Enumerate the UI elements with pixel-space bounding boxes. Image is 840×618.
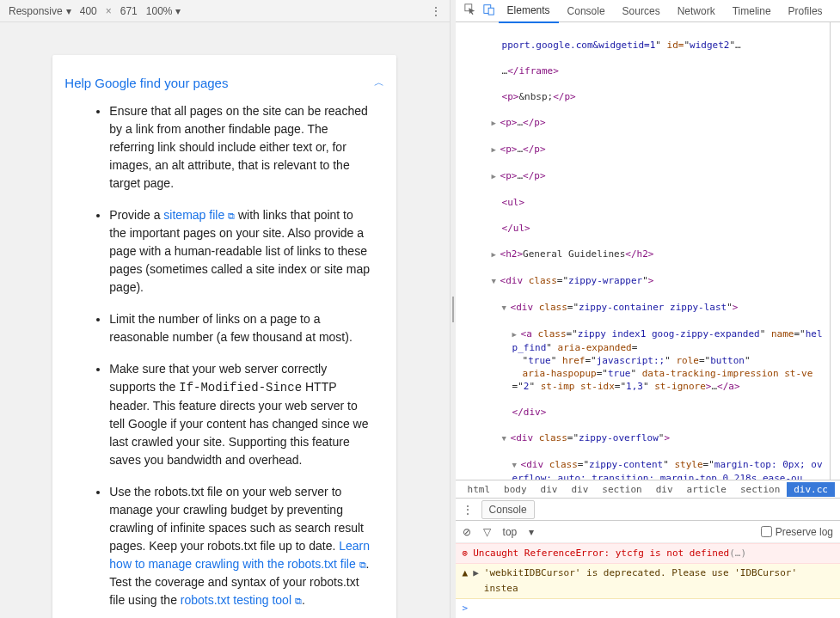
- console-drawer-header: ⋮ Console: [456, 499, 840, 521]
- console-error-row[interactable]: ⊗ Uncaught ReferenceError: ytcfg is not …: [456, 543, 840, 564]
- chevron-up-icon: ︿: [374, 76, 384, 90]
- breadcrumb-item[interactable]: section: [733, 482, 787, 497]
- svg-rect-2: [488, 8, 494, 15]
- warning-icon: ▲: [463, 566, 469, 597]
- zoom-select[interactable]: 100% ▾: [146, 5, 181, 17]
- console-messages: ⊗ Uncaught ReferenceError: ytcfg is not …: [456, 543, 840, 618]
- tab-network[interactable]: Network: [669, 0, 724, 22]
- breadcrumb-item[interactable]: section: [595, 482, 648, 497]
- tab-timeline[interactable]: Timeline: [724, 0, 780, 22]
- tab-console[interactable]: Console: [559, 0, 614, 22]
- breadcrumb-item[interactable]: article: [680, 482, 733, 497]
- device-select[interactable]: Responsive ▾: [9, 5, 71, 17]
- dom-breadcrumb: html body div div section div article se…: [456, 480, 840, 499]
- external-link-icon: ⧉: [228, 211, 235, 221]
- dimension-separator: ×: [106, 5, 112, 17]
- console-warning-row[interactable]: ▲ ▶ 'webkitIDBCursor' is deprecated. Ple…: [456, 564, 840, 599]
- preserve-log-checkbox[interactable]: Preserve log: [761, 526, 833, 538]
- page-card: Help Google find your pages ︿ Ensure tha…: [52, 55, 396, 618]
- clear-console-icon[interactable]: ⊘: [463, 526, 471, 538]
- breadcrumb-item[interactable]: div: [649, 482, 680, 497]
- expander-header[interactable]: Help Google find your pages ︿: [64, 76, 384, 90]
- breadcrumb-item[interactable]: body: [497, 482, 534, 497]
- tab-profiles[interactable]: Profiles: [780, 0, 831, 22]
- list-item: Use the robots.txt file on your web serv…: [109, 483, 371, 609]
- rendered-page-area: Help Google find your pages ︿ Ensure tha…: [0, 22, 450, 618]
- breadcrumb-item[interactable]: html: [461, 482, 498, 497]
- devtools-tabbar: Elements Console Sources Network Timelin…: [456, 0, 840, 22]
- toggle-device-icon[interactable]: [480, 3, 499, 18]
- expander-title: Help Google find your pages: [64, 76, 228, 90]
- device-toolbar-menu-icon[interactable]: ⋮: [431, 5, 441, 17]
- breadcrumb-item-active[interactable]: div.cc: [787, 482, 835, 497]
- filter-icon[interactable]: ▽: [483, 526, 491, 538]
- list-item: Limit the number of links on a page to a…: [109, 310, 371, 346]
- list-item: Make sure that your web server correctly…: [109, 360, 371, 469]
- breadcrumb-item[interactable]: div: [564, 482, 595, 497]
- preserve-log-input[interactable]: [761, 526, 772, 537]
- list-item: Provide a sitemap file ⧉ with links that…: [109, 206, 371, 297]
- external-link-icon: ⧉: [295, 596, 302, 606]
- context-dropdown-icon[interactable]: ▾: [529, 526, 534, 538]
- tab-elements[interactable]: Elements: [499, 0, 559, 23]
- console-prompt[interactable]: >: [456, 599, 840, 618]
- list-item: Ensure that all pages on the site can be…: [109, 102, 371, 193]
- console-drawer-tab[interactable]: Console: [481, 500, 535, 519]
- device-mode-pane: Responsive ▾ 400 × 671 100% ▾ ⋮ Help Goo…: [0, 0, 451, 618]
- viewport-width-input[interactable]: 400: [80, 5, 97, 17]
- execution-context-select[interactable]: top: [503, 526, 518, 538]
- guidelines-list: Ensure that all pages on the site can be…: [64, 102, 384, 609]
- styles-pane-sliver: [830, 22, 840, 480]
- breadcrumb-item[interactable]: div: [534, 482, 565, 497]
- tab-sources[interactable]: Sources: [614, 0, 669, 22]
- external-link-icon: ⧉: [359, 560, 366, 570]
- device-toolbar: Responsive ▾ 400 × 671 100% ▾ ⋮: [0, 0, 450, 22]
- viewport-height-input[interactable]: 671: [120, 5, 138, 17]
- expand-arrow-icon[interactable]: ▶: [473, 566, 479, 597]
- code-literal: If-Modified-Since: [179, 381, 302, 395]
- dom-tree[interactable]: pport.google.com&widgetid=1" id="widget2…: [456, 22, 830, 480]
- sitemap-file-link[interactable]: sitemap file ⧉: [163, 208, 235, 222]
- robots-testing-tool-link[interactable]: robots.txt testing tool ⧉: [181, 593, 302, 607]
- inspect-element-icon[interactable]: [461, 3, 480, 18]
- console-menu-icon[interactable]: ⋮: [461, 504, 475, 516]
- error-icon: ⊗: [463, 546, 469, 561]
- console-toolbar: ⊘ ▽ top ▾ Preserve log: [456, 521, 840, 543]
- devtools-pane: Elements Console Sources Network Timelin…: [456, 0, 840, 618]
